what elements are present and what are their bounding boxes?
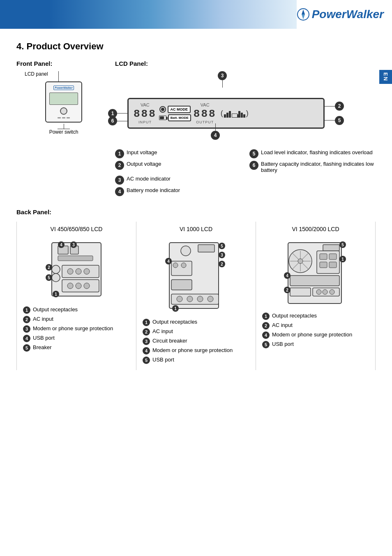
svg-rect-60 xyxy=(290,276,339,286)
svg-point-63 xyxy=(316,290,321,294)
front-panel-section: Front Panel: LCD panel PowerWalker xyxy=(16,60,99,196)
vi1000-item-5: 5 USB port xyxy=(143,357,249,364)
lcd-diagram: 3 1 VAC 888 INPUT xyxy=(127,83,376,129)
svg-text:1: 1 xyxy=(174,306,177,311)
lcd-display-box: 1 VAC 888 INPUT xyxy=(127,98,325,129)
svg-point-35 xyxy=(197,296,203,302)
language-badge: EN xyxy=(379,70,392,84)
front-panel-drawing: LCD panel PowerWalker xyxy=(16,71,99,135)
svg-text:1: 1 xyxy=(341,257,344,262)
header-gradient xyxy=(49,0,297,29)
svg-point-29 xyxy=(173,263,178,268)
vi450-feature-list: 1 Output receptacles 2 AC input 3 Modem … xyxy=(23,306,130,352)
svg-rect-58 xyxy=(329,254,337,259)
vi1500-item-1: 1 Output receptacles xyxy=(262,313,369,320)
svg-point-9 xyxy=(76,269,81,274)
vi1500-device-drawing: 5 1 4 2 xyxy=(262,239,369,306)
svg-text:5: 5 xyxy=(341,243,344,247)
svg-point-12 xyxy=(67,283,73,289)
vi1000-feature-list: 1 Output receptacles 2 AC input 3 Circui… xyxy=(143,319,249,364)
svg-point-33 xyxy=(177,296,182,302)
svg-rect-56 xyxy=(320,254,327,259)
back-panels-grid: VI 450/650/850 LCD xyxy=(16,222,376,370)
vi1000-device-drawing: 5 2 3 4 1 xyxy=(143,239,249,313)
vi450-device-drawing: 4 3 2 5 1 xyxy=(23,239,130,300)
svg-point-14 xyxy=(84,283,90,289)
vi1500-item-5: 5 USB port xyxy=(262,341,369,348)
svg-text:4: 4 xyxy=(60,243,62,247)
svg-point-36 xyxy=(208,296,213,302)
header-blue-bar xyxy=(0,0,49,29)
svg-text:3: 3 xyxy=(221,253,223,257)
svg-rect-59 xyxy=(329,262,337,268)
svg-text:4: 4 xyxy=(167,259,170,264)
vi450-item-2: 2 AC input xyxy=(23,316,130,323)
vi1500-item-2: 2 AC input xyxy=(262,322,369,329)
svg-rect-57 xyxy=(320,262,327,268)
vi450-item-3: 3 Modem or phone surge protection xyxy=(23,325,130,333)
front-panel-label: Front Panel: xyxy=(16,60,99,67)
svg-point-13 xyxy=(76,283,81,289)
back-panel-col-2: VI 1000 LCD xyxy=(136,222,256,370)
svg-point-6 xyxy=(52,273,60,282)
svg-point-65 xyxy=(330,290,334,294)
vi1000-item-4: 4 Modem or phone surge protection xyxy=(143,347,249,354)
svg-point-64 xyxy=(323,290,327,294)
lcd-num2-annotation: 2 xyxy=(325,102,344,111)
vi1000-item-1: 1 Output receptacles xyxy=(143,319,249,326)
ups-vents xyxy=(58,117,70,118)
ups-logo: PowerWalker xyxy=(53,86,74,90)
svg-point-5 xyxy=(52,265,60,273)
svg-text:1: 1 xyxy=(55,292,57,297)
back-panel-col-3: VI 1500/2000 LCD xyxy=(256,222,376,370)
lcd-num3-annotation: 3 xyxy=(218,71,227,88)
svg-rect-61 xyxy=(290,288,311,296)
ups-power-button xyxy=(60,107,67,115)
svg-text:2: 2 xyxy=(221,262,223,266)
vi450-svg: 4 3 2 5 1 xyxy=(46,239,107,300)
lcd-panel-label: LCD Panel: xyxy=(115,60,376,67)
svg-text:5: 5 xyxy=(48,276,50,280)
output-segment: VAC 888 OUTPUT xyxy=(194,102,217,124)
back-panel-col-1: VI 450/650/850 LCD xyxy=(17,222,136,370)
lcd-indicators-list: 1 Input voltage 5 Load level indicator, … xyxy=(115,149,376,196)
lcd-num5-annotation: 5 xyxy=(325,116,344,125)
col3-title: VI 1500/2000 LCD xyxy=(262,226,369,232)
svg-rect-26 xyxy=(198,245,214,252)
vi450-item-4: 4 USB port xyxy=(23,335,130,342)
vi1500-feature-list: 1 Output receptacles 2 AC input 4 Modem … xyxy=(262,313,369,348)
lcd-panel-annotation: LCD panel xyxy=(25,71,48,77)
svg-text:4: 4 xyxy=(286,273,288,278)
vi1500-svg: 5 1 4 2 xyxy=(284,239,348,306)
indicator-4: 4 Battery mode indicator xyxy=(115,187,241,196)
vi1000-svg: 5 2 3 4 1 xyxy=(165,239,227,313)
svg-point-8 xyxy=(67,269,73,274)
lcd-num4-annotation: 4 xyxy=(211,123,220,140)
col2-title: VI 1000 LCD xyxy=(143,226,249,232)
ups-device-illustration: PowerWalker xyxy=(45,81,82,123)
main-content: 4. Product Overview Front Panel: LCD pan… xyxy=(0,33,392,378)
svg-rect-31 xyxy=(171,280,192,290)
middle-section: AC MODE Batt. MODE xyxy=(159,106,191,121)
indicator-3: 3 AC mode indicator xyxy=(115,176,241,185)
col1-title: VI 450/650/850 LCD xyxy=(23,226,130,232)
back-panel-title: Back Panel: xyxy=(16,208,376,215)
svg-text:5: 5 xyxy=(221,244,223,248)
vi450-item-5: 5 Breaker xyxy=(23,344,130,352)
brand-logo: PowerWalker xyxy=(297,8,384,21)
svg-rect-48 xyxy=(323,245,339,251)
load-indicator: ( xyxy=(219,107,250,119)
input-segment: VAC 888 INPUT xyxy=(134,102,157,124)
logo-icon xyxy=(297,8,310,21)
svg-text:2: 2 xyxy=(286,288,288,292)
indicator-5: 5 Load level indicator, flashing indicat… xyxy=(249,149,376,158)
svg-point-34 xyxy=(187,296,193,302)
section-title: 4. Product Overview xyxy=(16,41,376,52)
ups-screen xyxy=(49,93,78,105)
indicator-2: 2 Output voltage xyxy=(115,161,241,173)
power-switch-label: Power switch xyxy=(49,129,78,135)
svg-text:2: 2 xyxy=(48,265,50,270)
svg-point-30 xyxy=(181,263,186,268)
header-logo-area: PowerWalker xyxy=(297,0,392,29)
vi450-item-1: 1 Output receptacles xyxy=(23,306,130,314)
